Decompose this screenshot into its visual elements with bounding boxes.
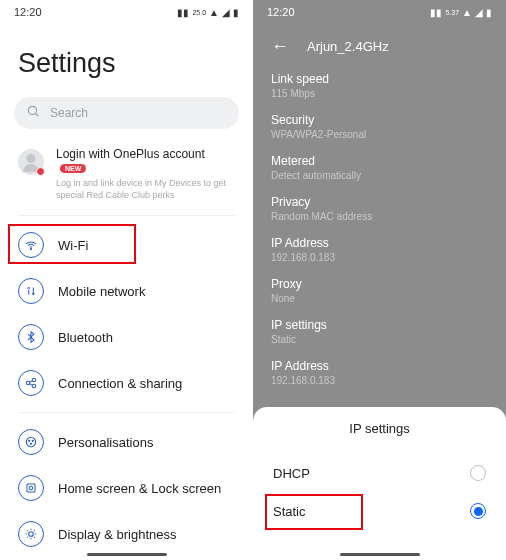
home-lock-icon <box>18 475 44 501</box>
search-placeholder: Search <box>50 106 88 120</box>
mobile-network-icon <box>18 278 44 304</box>
home-indicator[interactable] <box>340 553 420 556</box>
wifi-icon: ▲ <box>209 7 219 18</box>
search-input[interactable]: Search <box>14 97 239 129</box>
settings-item-bluetooth[interactable]: Bluetooth <box>0 314 253 360</box>
settings-item-connection-sharing[interactable]: Connection & sharing <box>0 360 253 406</box>
radio-icon <box>470 503 486 519</box>
svg-line-19 <box>27 531 28 532</box>
search-icon <box>26 104 40 122</box>
svg-point-2 <box>30 249 31 250</box>
svg-line-20 <box>34 537 35 538</box>
wifi-detail-screen: 12:20 ▮▮ 5.37 ▲ ◢ ▮ ← Arjun_2.4GHz Link … <box>253 0 506 560</box>
svg-point-10 <box>32 441 33 442</box>
settings-item-personalisations[interactable]: Personalisations <box>0 419 253 465</box>
data-rate-icon: 5.37 <box>445 9 459 16</box>
home-indicator[interactable] <box>87 553 167 556</box>
svg-point-14 <box>29 532 34 537</box>
login-row[interactable]: Login with OnePlus account NEW Log in an… <box>0 147 253 215</box>
detail-metered[interactable]: MeteredDetect automatically <box>253 147 506 188</box>
back-icon[interactable]: ← <box>271 36 289 57</box>
radio-icon <box>470 465 486 481</box>
connection-sharing-icon <box>18 370 44 396</box>
volte-icon: ▮▮ <box>177 7 189 18</box>
svg-point-5 <box>32 384 36 388</box>
svg-line-7 <box>30 384 33 386</box>
svg-point-0 <box>28 106 36 114</box>
option-label: DHCP <box>273 466 310 481</box>
detail-proxy[interactable]: ProxyNone <box>253 270 506 311</box>
svg-point-13 <box>29 487 33 491</box>
status-icons: ▮▮ 25.0 ▲ ◢ ▮ <box>177 7 239 18</box>
status-time: 12:20 <box>14 6 42 18</box>
volte-icon: ▮▮ <box>430 7 442 18</box>
detail-privacy[interactable]: PrivacyRandom MAC address <box>253 188 506 229</box>
settings-item-label: Connection & sharing <box>58 376 182 391</box>
bluetooth-icon <box>18 324 44 350</box>
settings-item-home-lock[interactable]: Home screen & Lock screen <box>0 465 253 511</box>
brightness-icon <box>18 521 44 547</box>
login-title: Login with OnePlus account NEW <box>56 147 235 175</box>
settings-item-label: Mobile network <box>58 284 145 299</box>
settings-item-label: Home screen & Lock screen <box>58 481 221 496</box>
svg-line-22 <box>34 531 35 532</box>
wifi-icon: ▲ <box>462 7 472 18</box>
page-title: Settings <box>0 24 253 97</box>
option-label: Static <box>273 504 306 519</box>
signal-icon: ◢ <box>222 7 230 18</box>
battery-icon: ▮ <box>486 7 492 18</box>
svg-line-21 <box>27 537 28 538</box>
status-bar: 12:20 ▮▮ 5.37 ▲ ◢ ▮ <box>253 0 506 24</box>
login-subtitle: Log in and link device in My Devices to … <box>56 177 235 201</box>
divider <box>18 412 235 413</box>
sheet-option-static[interactable]: Static <box>253 492 506 530</box>
sheet-title: IP settings <box>253 421 506 436</box>
settings-item-display-brightness[interactable]: Display & brightness <box>0 511 253 557</box>
new-badge: NEW <box>60 164 86 173</box>
svg-line-6 <box>30 381 33 383</box>
svg-point-4 <box>32 379 36 383</box>
svg-point-11 <box>30 443 31 444</box>
status-icons: ▮▮ 5.37 ▲ ◢ ▮ <box>430 7 492 18</box>
ip-settings-sheet: IP settings DHCP Static <box>253 407 506 560</box>
svg-line-1 <box>36 114 39 117</box>
status-time: 12:20 <box>267 6 295 18</box>
settings-item-mobile-network[interactable]: Mobile network <box>0 268 253 314</box>
sheet-option-dhcp[interactable]: DHCP <box>253 454 506 492</box>
settings-item-label: Display & brightness <box>58 527 177 542</box>
settings-item-label: Bluetooth <box>58 330 113 345</box>
wifi-icon <box>18 232 44 258</box>
detail-ip-address: IP Address192.168.0.183 <box>253 229 506 270</box>
svg-point-8 <box>26 438 35 447</box>
settings-item-wifi[interactable]: Wi-Fi <box>0 222 253 268</box>
network-name: Arjun_2.4GHz <box>307 39 389 54</box>
svg-point-9 <box>29 441 30 442</box>
avatar <box>18 149 44 175</box>
notification-dot-icon <box>36 167 45 176</box>
battery-icon: ▮ <box>233 7 239 18</box>
login-text: Login with OnePlus account NEW Log in an… <box>56 147 235 201</box>
svg-rect-12 <box>27 484 35 492</box>
detail-ip-address-2: IP Address192.168.0.183 <box>253 352 506 393</box>
settings-item-label: Personalisations <box>58 435 153 450</box>
divider <box>18 215 235 216</box>
personalisations-icon <box>18 429 44 455</box>
svg-point-3 <box>26 382 30 386</box>
detail-security: SecurityWPA/WPA2-Personal <box>253 106 506 147</box>
detail-ip-settings[interactable]: IP settingsStatic <box>253 311 506 352</box>
detail-header: ← Arjun_2.4GHz <box>253 24 506 65</box>
settings-screen: 12:20 ▮▮ 25.0 ▲ ◢ ▮ Settings Search Logi… <box>0 0 253 560</box>
signal-icon: ◢ <box>475 7 483 18</box>
status-bar: 12:20 ▮▮ 25.0 ▲ ◢ ▮ <box>0 0 253 24</box>
detail-link-speed: Link speed115 Mbps <box>253 65 506 106</box>
data-rate-icon: 25.0 <box>192 9 206 16</box>
settings-item-label: Wi-Fi <box>58 238 88 253</box>
